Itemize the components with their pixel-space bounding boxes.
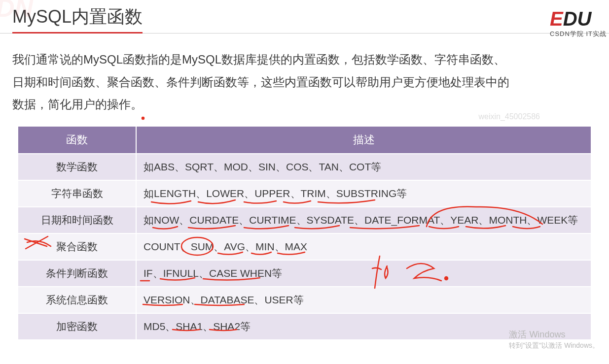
cell-desc: IF、IFNULL、CASE WHEN等 xyxy=(136,260,591,287)
cell-fn: 聚合函数 xyxy=(18,233,136,260)
function-table: 函数 描述 数学函数如ABS、SQRT、MOD、SIN、COS、TAN、COT等… xyxy=(17,126,592,340)
header: MySQL内置函数 xyxy=(0,0,609,33)
cell-fn: 字符串函数 xyxy=(18,180,136,207)
user-watermark: weixin_45002586 xyxy=(478,112,540,121)
table-row: 日期和时间函数如NOW、CURDATE、CURTIME、SYSDATE、DATE… xyxy=(18,207,591,233)
logo-text-e: E xyxy=(550,8,563,30)
table-row: 条件判断函数IF、IFNULL、CASE WHEN等 xyxy=(18,260,591,287)
cell-fn: 条件判断函数 xyxy=(18,260,136,287)
activate-windows-sub: 转到"设置"以激活 Windows。 xyxy=(509,341,599,350)
cell-fn: 日期和时间函数 xyxy=(18,207,136,233)
table-row: 系统信息函数VERSION、DATABASE、USER等 xyxy=(18,287,591,313)
intro-paragraph: 我们通常说的MySQL函数指的是MySQL数据库提供的内置函数，包括数学函数、字… xyxy=(0,33,528,121)
table-row: 字符串函数如LENGTH、LOWER、UPPER、TRIM、SUBSTRING等 xyxy=(18,180,591,207)
cell-desc: 如NOW、CURDATE、CURTIME、SYSDATE、DATE_FORMAT… xyxy=(136,207,591,233)
cell-desc: 如ABS、SQRT、MOD、SIN、COS、TAN、COT等 xyxy=(136,154,591,180)
table-header-desc: 描述 xyxy=(136,126,591,154)
table-row: 聚合函数COUNT、SUM、AVG、MIN、MAX xyxy=(18,233,591,260)
cell-fn: 系统信息函数 xyxy=(18,287,136,313)
table-row: 加密函数MD5、SHA1、SHA2等 xyxy=(18,313,591,340)
cell-fn: 数学函数 xyxy=(18,154,136,180)
cell-fn: 加密函数 xyxy=(18,313,136,340)
background-watermark: DN xyxy=(0,0,33,23)
table-row: 数学函数如ABS、SQRT、MOD、SIN、COS、TAN、COT等 xyxy=(18,154,591,180)
function-table-wrap: 函数 描述 数学函数如ABS、SQRT、MOD、SIN、COS、TAN、COT等… xyxy=(0,121,609,340)
cell-desc: COUNT、SUM、AVG、MIN、MAX xyxy=(136,233,591,260)
table-header-fn: 函数 xyxy=(18,126,136,154)
logo-subtitle: CSDN学院 IT实战 xyxy=(550,30,607,38)
edu-logo: EDU CSDN学院 IT实战 xyxy=(550,9,607,38)
activate-windows-title: 激活 Windows xyxy=(509,329,599,340)
cell-desc: 如LENGTH、LOWER、UPPER、TRIM、SUBSTRING等 xyxy=(136,180,591,207)
activate-windows-watermark: 激活 Windows 转到"设置"以激活 Windows。 xyxy=(509,329,599,350)
logo-text-du: DU xyxy=(563,8,592,30)
cell-desc: VERSION、DATABASE、USER等 xyxy=(136,287,591,313)
